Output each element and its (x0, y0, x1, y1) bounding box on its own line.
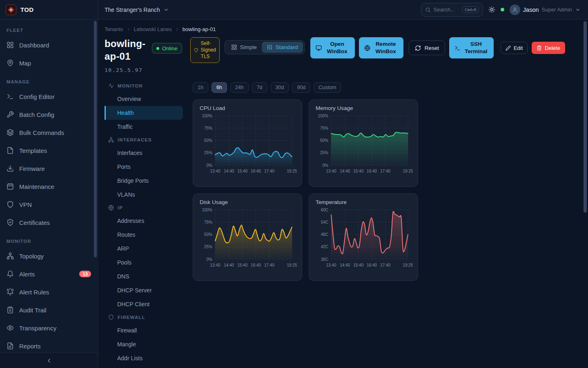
ssh-terminal-button[interactable]: SSH Terminal (449, 37, 494, 58)
sidebar-item-audit-trail[interactable]: Audit Trail (0, 301, 98, 319)
sidebar-section-label-monitor: MONITOR (0, 231, 98, 247)
sidebar-item-transparency[interactable]: Transparency (0, 319, 98, 337)
user-menu[interactable]: Jason Super Admin (510, 4, 581, 15)
chart-canvas: 0%25%50%75%100%13:4014:4015:4016:4017:40… (314, 112, 413, 176)
subnav-item-overview[interactable]: Overview (105, 92, 183, 106)
range-7d-button[interactable]: 7d (252, 82, 267, 93)
svg-text:19:25: 19:25 (287, 169, 297, 173)
trash-icon (537, 45, 542, 51)
svg-text:48C: 48C (321, 232, 328, 237)
svg-text:14:40: 14:40 (340, 263, 350, 267)
subnav-group-monitor: MONITOROverviewHealthTraffic (105, 80, 183, 134)
sidebar-item-maintenance[interactable]: Maintenance (0, 177, 98, 195)
svg-text:100%: 100% (318, 114, 328, 118)
sidebar-item-map[interactable]: Map (0, 54, 98, 72)
svg-text:14:40: 14:40 (224, 169, 234, 173)
activity-icon (108, 83, 114, 89)
tls-badge-label: Self-Signed TLS (201, 40, 216, 60)
subnav-item-mangle[interactable]: Mangle (105, 337, 183, 351)
chart-card-temperature: Temperature36C42C48C54C60C13:4014:4015:4… (309, 193, 418, 281)
sidebar-item-vpn[interactable]: VPN (0, 195, 98, 213)
sidebar-item-label: Config Editor (19, 93, 55, 100)
sidebar-item-reports[interactable]: Reports (0, 337, 98, 352)
sidebar-scrollbar[interactable] (94, 21, 97, 257)
chart-card-disk-usage: Disk Usage0%25%50%75%100%13:4014:4015:40… (193, 193, 302, 281)
range-6h-button[interactable]: 6h (212, 82, 227, 93)
subnav-item-addr-lists[interactable]: Addr Lists (105, 351, 183, 365)
svg-text:13:40: 13:40 (210, 169, 220, 173)
remote-winbox-button[interactable]: Remote WinBox (359, 37, 403, 58)
sidebar-item-alert-rules[interactable]: Alert Rules (0, 283, 98, 301)
subnav-item-routes[interactable]: Routes (105, 228, 183, 242)
user-icon (512, 7, 518, 13)
subnav-item-dhcp-server[interactable]: DHCP Server (105, 283, 183, 297)
sidebar-item-label: Batch Config (19, 111, 54, 118)
sidebar-collapse-button[interactable] (0, 352, 98, 368)
sidebar-item-label: Alert Rules (19, 289, 49, 296)
mode-standard-button[interactable]: Standard (262, 42, 303, 53)
subnav-item-arp[interactable]: ARP (105, 242, 183, 256)
subnav-header-firewall: FIREWALL (105, 311, 183, 323)
delete-button[interactable]: Delete (532, 42, 565, 54)
sidebar-item-templates[interactable]: Templates (0, 141, 98, 159)
subnav-item-pools[interactable]: Pools (105, 256, 183, 269)
search-input[interactable]: Search... Cmd+K (421, 3, 483, 17)
file-text-icon (7, 342, 14, 350)
sidebar-item-label: Reports (19, 343, 41, 350)
sidebar-item-certificates[interactable]: Certificates (0, 213, 98, 231)
sidebar-item-firmware[interactable]: Firmware (0, 159, 98, 177)
range-1h-button[interactable]: 1h (193, 82, 208, 93)
sidebar: FLEETDashboardMapMANAGEConfig EditorBatc… (0, 20, 98, 368)
subnav-item-interfaces[interactable]: Interfaces (105, 146, 183, 160)
svg-text:16:40: 16:40 (367, 263, 377, 267)
sidebar-item-batch-config[interactable]: Batch Config (0, 105, 98, 123)
subnav-item-firewall[interactable]: Firewall (105, 323, 183, 337)
subnav-item-dns[interactable]: DNS (105, 269, 183, 283)
range-30d-button[interactable]: 30d (271, 82, 289, 93)
subnav-item-dhcp-client[interactable]: DHCP Client (105, 297, 183, 311)
breadcrumb-item-lebowski-lanes[interactable]: Lebowski Lanes (134, 26, 172, 32)
terminal-icon (454, 45, 461, 51)
tenant-switcher[interactable]: The Stranger's Ranch (105, 7, 169, 13)
svg-text:19:25: 19:25 (403, 263, 413, 267)
subnav-item-traffic[interactable]: Traffic (105, 120, 183, 134)
range-custom-button[interactable]: Custom (314, 82, 341, 93)
svg-text:15:40: 15:40 (353, 169, 363, 173)
network-icon (108, 137, 114, 143)
open-winbox-button[interactable]: Open WinBox (310, 37, 355, 58)
globe-icon (364, 45, 370, 51)
sidebar-item-label: Transparency (19, 325, 56, 332)
edit-button[interactable]: Edit (501, 42, 528, 54)
mode-simple-button[interactable]: Simple (226, 42, 262, 53)
subnav-group-interfaces: INTERFACESInterfacesPortsBridge PortsVLA… (105, 134, 183, 202)
subnav-item-addresses[interactable]: Addresses (105, 214, 183, 228)
user-role: Super Admin (542, 7, 572, 13)
theme-toggle-button[interactable] (488, 6, 495, 13)
svg-text:19:25: 19:25 (287, 263, 297, 267)
subnav-item-health[interactable]: Health (105, 106, 183, 120)
search-shortcut-kbd: Cmd+K (462, 6, 479, 13)
monitor-icon (316, 45, 322, 51)
sidebar-item-alerts[interactable]: Alerts13 (0, 265, 98, 283)
range-90d-button[interactable]: 90d (292, 82, 310, 93)
subnav-item-bridge-ports[interactable]: Bridge Ports (105, 174, 183, 188)
main-scrollbar[interactable] (584, 21, 587, 213)
breadcrumb-item-tenants[interactable]: Tenants (105, 26, 123, 32)
sidebar-item-bulk-commands[interactable]: Bulk Commands (0, 123, 98, 141)
reset-button[interactable]: Reset (409, 40, 445, 55)
range-24h-button[interactable]: 24h (230, 82, 249, 93)
subnav-item-vlans[interactable]: VLANs (105, 188, 183, 202)
map-pin-icon (7, 59, 14, 67)
sidebar-item-label: Dashboard (19, 42, 49, 49)
subnav-item-ports[interactable]: Ports (105, 160, 183, 174)
breadcrumb-item-bowling-ap-01: bowling-ap-01 (183, 26, 216, 32)
sidebar-item-config-editor[interactable]: Config Editor (0, 88, 98, 105)
connection-status-dot (501, 8, 504, 11)
sidebar-item-dashboard[interactable]: Dashboard (0, 36, 98, 54)
sidebar-sections: FLEETDashboardMapMANAGEConfig EditorBatc… (0, 20, 98, 352)
status-badge: Online (152, 43, 182, 54)
subnav-group-firewall: FIREWALLFirewallMangleAddr ListsConnTrac… (105, 311, 183, 368)
refresh-icon (415, 45, 421, 51)
subnav-item-conntrack[interactable]: ConnTrack (105, 365, 183, 368)
sidebar-item-topology[interactable]: Topology (0, 247, 98, 265)
